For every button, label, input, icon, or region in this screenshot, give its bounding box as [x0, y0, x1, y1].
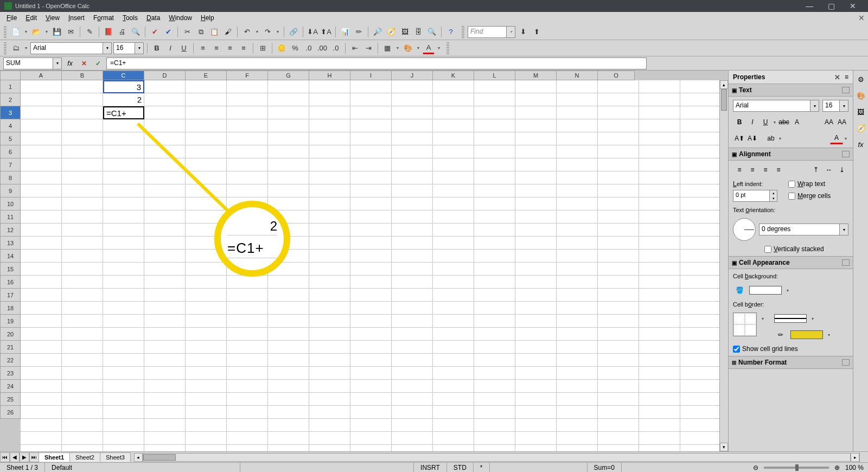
- menu-insert[interactable]: Insert: [64, 12, 89, 23]
- align-right-button[interactable]: ≡: [759, 164, 772, 176]
- new-icon[interactable]: 📄: [10, 26, 22, 38]
- orientation-select[interactable]: 0 degrees▾: [759, 224, 848, 235]
- chart-icon[interactable]: 📊: [339, 26, 351, 38]
- new-dropdown[interactable]: ▾: [23, 26, 29, 38]
- row-header[interactable]: 15: [0, 263, 21, 276]
- column-header[interactable]: H: [309, 71, 350, 80]
- toolbar-grip[interactable]: [462, 26, 464, 38]
- row-header[interactable]: 19: [0, 315, 21, 328]
- italic-button[interactable]: I: [746, 116, 759, 128]
- column-header[interactable]: N: [557, 71, 598, 80]
- zoom-slider[interactable]: [764, 467, 829, 469]
- scroll-down-button[interactable]: ▾: [720, 443, 728, 451]
- column-header[interactable]: J: [392, 71, 433, 80]
- menu-help[interactable]: Help: [196, 12, 219, 23]
- navigator-icon[interactable]: 🧭: [385, 26, 397, 38]
- status-style[interactable]: Default: [45, 463, 240, 472]
- cell-C1[interactable]: 3: [103, 80, 144, 93]
- border-color-dropdown[interactable]: ▾: [826, 329, 832, 341]
- hyperlink-icon[interactable]: 🔗: [288, 26, 299, 38]
- fontcolor-dropdown[interactable]: ▾: [436, 42, 442, 54]
- scroll-right-button[interactable]: ▸: [851, 453, 859, 462]
- redo-dropdown[interactable]: ▾: [275, 26, 280, 38]
- dropdown-arrow-icon[interactable]: ▾: [839, 224, 848, 235]
- column-header[interactable]: L: [474, 71, 515, 80]
- row-header[interactable]: 12: [0, 224, 21, 237]
- cells-area[interactable]: 32=C1+: [21, 80, 719, 451]
- status-sum[interactable]: Sum=0: [588, 463, 622, 472]
- status-std[interactable]: STD: [447, 463, 474, 472]
- row-header[interactable]: 11: [0, 211, 21, 224]
- row-header[interactable]: 3: [0, 106, 21, 119]
- find-next-icon[interactable]: ⬇: [517, 26, 529, 38]
- underline-button[interactable]: U: [759, 116, 772, 128]
- scroll-left-button[interactable]: ◂: [134, 453, 143, 462]
- status-mode[interactable]: INSRT: [414, 463, 447, 472]
- find-dropdown[interactable]: ▾: [506, 27, 515, 37]
- format-paint-icon[interactable]: 🖌: [222, 26, 234, 38]
- cancel-icon[interactable]: ✕: [78, 58, 90, 69]
- more-options-icon[interactable]: [842, 259, 850, 266]
- row-header[interactable]: 21: [0, 341, 21, 354]
- zoom-out-icon[interactable]: ⊖: [753, 464, 758, 471]
- spellcheck-icon[interactable]: ✔: [149, 26, 161, 38]
- bold-button[interactable]: B: [733, 116, 746, 128]
- functions-icon[interactable]: fx: [856, 139, 866, 150]
- spin-up-icon[interactable]: ▴: [769, 190, 777, 196]
- row-header[interactable]: 20: [0, 328, 21, 341]
- column-header[interactable]: E: [186, 71, 227, 80]
- tab-first-button[interactable]: ⏮: [0, 452, 10, 462]
- row-header[interactable]: 16: [0, 276, 21, 289]
- open-icon[interactable]: 📂: [30, 26, 42, 38]
- tab-last-button[interactable]: ⏭: [29, 452, 39, 462]
- row-header[interactable]: 22: [0, 354, 21, 367]
- menu-data[interactable]: Data: [142, 12, 164, 23]
- sheet-tab[interactable]: Sheet1: [39, 452, 70, 462]
- grow-font-button[interactable]: A⬆: [733, 132, 746, 144]
- menu-view[interactable]: View: [41, 12, 64, 23]
- row-header[interactable]: 17: [0, 289, 21, 302]
- checkbox[interactable]: [788, 181, 795, 188]
- cell-C3[interactable]: =C1+: [103, 106, 144, 119]
- row-header[interactable]: 5: [0, 132, 21, 145]
- scroll-thumb[interactable]: [721, 89, 727, 111]
- find-prev-icon[interactable]: ⬆: [531, 26, 542, 38]
- more-options-icon[interactable]: [842, 87, 850, 93]
- zoom-value[interactable]: 100 %: [845, 464, 864, 471]
- row-header[interactable]: 6: [0, 145, 21, 158]
- border-preset-dropdown[interactable]: ▾: [760, 312, 765, 324]
- edit-file-icon[interactable]: ✎: [84, 26, 95, 38]
- row-header[interactable]: 24: [0, 380, 21, 393]
- redo-icon[interactable]: ↷: [261, 26, 273, 38]
- superscript-button[interactable]: AA: [822, 116, 835, 128]
- highlight-button[interactable]: ab: [764, 132, 777, 144]
- column-header[interactable]: O: [598, 71, 635, 80]
- status-sheet[interactable]: Sheet 1 / 3: [0, 463, 45, 472]
- align-left-icon[interactable]: ≡: [197, 42, 209, 54]
- fontcolor-icon[interactable]: A: [423, 42, 435, 54]
- toolbar-grip[interactable]: [4, 42, 7, 54]
- number-format-header[interactable]: ⊞Number Format: [729, 356, 853, 369]
- styles-icon[interactable]: 🎨: [856, 90, 866, 101]
- increase-indent-icon[interactable]: ⇥: [362, 42, 374, 54]
- autospell-icon[interactable]: ✔: [162, 26, 174, 38]
- print-icon[interactable]: 🖨: [116, 26, 128, 38]
- print-preview-icon[interactable]: 🔍: [130, 26, 142, 38]
- subscript-button[interactable]: AA: [835, 116, 848, 128]
- menu-file[interactable]: File: [2, 12, 21, 23]
- undo-dropdown[interactable]: ▾: [254, 26, 260, 38]
- column-header[interactable]: G: [268, 71, 309, 80]
- checkbox[interactable]: [764, 246, 771, 253]
- scroll-up-button[interactable]: ▴: [720, 80, 728, 89]
- italic-button[interactable]: I: [164, 42, 176, 54]
- border-color-swatch[interactable]: [790, 330, 823, 339]
- row-header[interactable]: 8: [0, 171, 21, 184]
- menu-format[interactable]: Format: [89, 12, 118, 23]
- properties-icon[interactable]: ⚙: [856, 74, 866, 85]
- checkbox[interactable]: [788, 193, 795, 200]
- more-options-icon[interactable]: [842, 151, 850, 157]
- gallery-icon[interactable]: 🖼: [399, 26, 411, 38]
- row-header[interactable]: 18: [0, 302, 21, 315]
- row-header[interactable]: 7: [0, 158, 21, 171]
- spin-down-icon[interactable]: ▾: [769, 196, 777, 201]
